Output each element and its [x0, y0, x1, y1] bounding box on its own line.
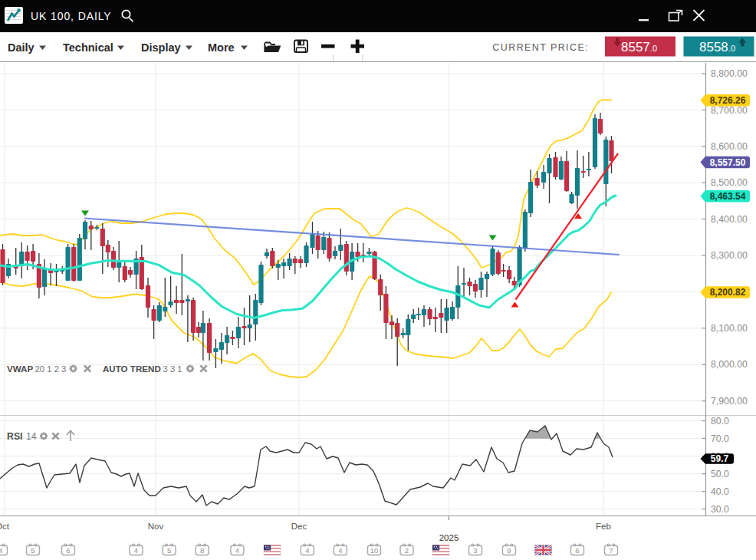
- svg-text:RSI: RSI: [7, 431, 23, 442]
- svg-text:4: 4: [338, 546, 342, 555]
- svg-text:Nov: Nov: [148, 522, 164, 531]
- svg-text:8,100.00: 8,100.00: [711, 323, 748, 334]
- svg-text:Oct: Oct: [0, 522, 10, 531]
- svg-text:7,900.00: 7,900.00: [711, 396, 748, 407]
- svg-text:2: 2: [405, 546, 409, 555]
- svg-text:30.0: 30.0: [711, 504, 729, 515]
- svg-text:59.7: 59.7: [711, 453, 729, 464]
- svg-text:Feb: Feb: [596, 522, 611, 531]
- svg-text:8,726.26: 8,726.26: [710, 95, 746, 106]
- svg-text:AUTO TREND: AUTO TREND: [103, 364, 161, 374]
- svg-text:CURRENT PRICE:: CURRENT PRICE:: [492, 42, 589, 53]
- svg-text:2025: 2025: [439, 533, 459, 542]
- svg-text:4: 4: [0, 546, 3, 555]
- svg-text:8,800.00: 8,800.00: [711, 68, 748, 79]
- svg-text:80.0: 80.0: [711, 416, 729, 427]
- svg-text:40.0: 40.0: [711, 486, 729, 497]
- svg-text:8,463.54: 8,463.54: [710, 191, 746, 202]
- svg-text:8,200.82: 8,200.82: [710, 287, 746, 298]
- svg-text:Daily: Daily: [8, 41, 35, 54]
- svg-text:VWAP: VWAP: [7, 364, 33, 374]
- svg-text:8,700.00: 8,700.00: [711, 105, 748, 116]
- svg-text:20 1 2 3: 20 1 2 3: [35, 364, 67, 374]
- svg-text:5: 5: [167, 546, 171, 555]
- svg-text:10: 10: [370, 546, 379, 555]
- svg-text:14: 14: [26, 431, 37, 442]
- svg-text:4: 4: [305, 546, 309, 555]
- svg-text:8: 8: [200, 546, 204, 555]
- svg-text:Display: Display: [141, 41, 181, 54]
- svg-text:8,557.50: 8,557.50: [710, 157, 746, 168]
- svg-text:Technical: Technical: [63, 41, 113, 54]
- svg-text:3: 3: [473, 546, 477, 555]
- svg-text:50.0: 50.0: [711, 469, 729, 479]
- svg-text:4: 4: [235, 546, 239, 555]
- svg-text:8,600.00: 8,600.00: [711, 141, 748, 152]
- svg-text:5: 5: [31, 546, 35, 555]
- svg-text:6: 6: [66, 546, 70, 555]
- svg-text:7: 7: [609, 546, 613, 555]
- svg-text:3 3 1: 3 3 1: [163, 364, 182, 374]
- svg-text:70.0: 70.0: [711, 433, 729, 444]
- svg-text:8,400.00: 8,400.00: [711, 214, 748, 225]
- svg-text:6: 6: [575, 546, 579, 555]
- svg-text:8,300.00: 8,300.00: [711, 250, 748, 261]
- svg-text:8,000.00: 8,000.00: [711, 359, 748, 370]
- svg-text:More: More: [208, 41, 235, 54]
- svg-text:Dec: Dec: [291, 522, 307, 531]
- svg-text:9: 9: [507, 546, 511, 555]
- svg-text:8,500.00: 8,500.00: [711, 177, 748, 188]
- svg-text:4: 4: [134, 546, 138, 555]
